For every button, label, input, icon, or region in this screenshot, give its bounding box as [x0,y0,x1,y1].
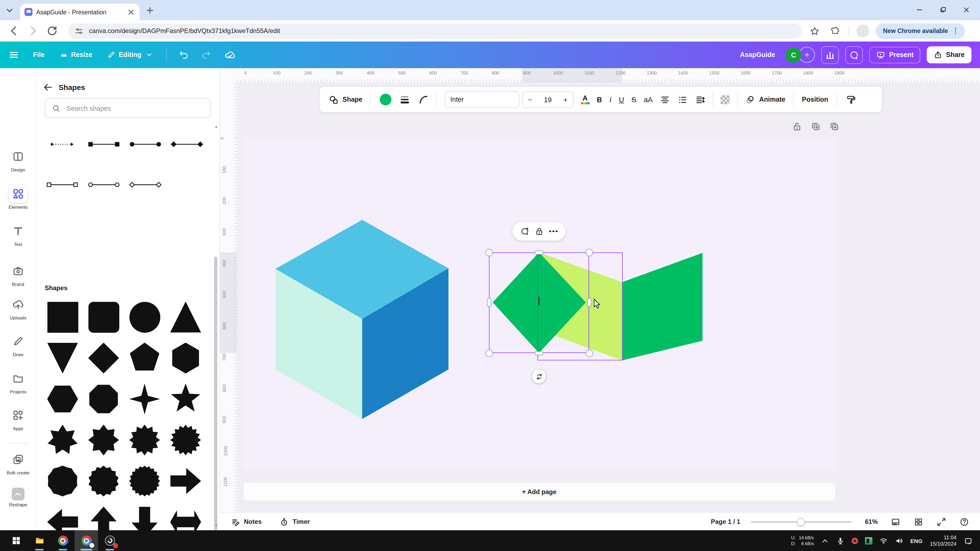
add-page-button[interactable]: + Add page [243,482,836,501]
text-align-icon[interactable] [660,94,670,105]
line-shape-line-diamond-ends[interactable] [169,136,205,152]
shape-item-hexagon-flat[interactable] [46,382,80,416]
forward-icon[interactable] [27,24,40,37]
sidebar-item-elements[interactable]: Elements [0,185,36,210]
shape-item-star-5[interactable] [169,382,202,416]
sidebar-item-draw[interactable]: Draw [0,332,36,357]
present-button[interactable]: Present [870,46,921,63]
resize-handle-n[interactable] [535,251,543,254]
address-bar[interactable]: canva.com/design/DAGPmFasnPE/bdVQtx371kf… [68,23,802,39]
rotate-handle[interactable] [532,370,546,383]
tray-chevron-up-icon[interactable] [821,536,829,545]
shape-item-arrow-right[interactable] [169,464,202,498]
sidebar-item-uploads[interactable]: Uploads [0,295,36,321]
tray-app-icon[interactable] [865,537,872,545]
extensions-icon[interactable] [830,26,840,36]
file-menu-button[interactable]: File [33,51,45,59]
wifi-icon[interactable] [879,536,888,545]
shape-item-inverted-triangle[interactable] [46,341,80,375]
shape-item-seal-20[interactable] [128,464,161,498]
tab-search-icon[interactable] [4,5,15,16]
shape-item-burst-12[interactable] [128,423,161,457]
shape-item-arrow-left[interactable] [46,505,80,530]
shape-item-circle[interactable] [128,300,161,334]
taskbar-file-explorer[interactable] [28,530,51,551]
page-duplicate-icon[interactable] [811,121,821,132]
resize-button[interactable]: Resize [59,51,92,59]
shape-item-burst-8[interactable] [87,423,120,457]
panel-back-icon[interactable] [43,82,53,93]
lock-icon[interactable] [535,227,544,236]
share-button[interactable]: Share [927,46,972,64]
line-shape-arrow-dotted[interactable] [45,136,80,152]
underline-button[interactable]: U [619,95,624,103]
panel-scrollbar-thumb[interactable] [214,257,217,530]
window-minimize-button[interactable] [908,0,931,19]
strikethrough-button[interactable]: S [632,95,636,103]
notification-icon[interactable] [964,536,972,545]
resize-handle-se[interactable] [586,350,593,357]
shape-item-arrow-up[interactable] [87,505,120,530]
shape-item-arrow-down[interactable] [128,505,161,530]
position-button[interactable]: Position [802,96,828,103]
page-add-icon[interactable] [829,121,839,132]
fill-color-swatch[interactable] [379,94,391,105]
back-icon[interactable] [8,24,20,37]
shape-item-star-4[interactable] [128,382,161,416]
editing-mode-button[interactable]: Editing [107,51,153,59]
browser-tab[interactable]: AsapGuide - Presentation [20,4,140,20]
shape-tool-button[interactable]: Shape [329,94,363,105]
site-settings-icon[interactable] [75,26,84,35]
shape-item-hexagon-pointy[interactable] [169,341,202,375]
transparency-icon[interactable] [721,95,730,104]
shape-item-triangle[interactable] [169,300,202,334]
bold-button[interactable]: B [597,95,602,103]
sidebar-item-apps[interactable]: Apps [0,406,36,431]
window-close-button[interactable] [955,0,978,19]
notes-button[interactable]: Notes [231,517,262,526]
sidebar-item-projects[interactable]: Projects [0,370,36,394]
comment-add-icon[interactable] [520,227,530,236]
chrome-update-button[interactable]: New Chrome available [876,23,965,39]
search-input[interactable] [65,104,210,113]
resize-handle-sw[interactable] [486,350,493,357]
font-size-increase[interactable]: + [563,95,568,103]
language-indicator[interactable]: ENG [910,537,923,544]
text-color-button[interactable]: A [581,95,589,105]
clock[interactable]: 11:04 15/10/2024 [930,534,956,547]
sidebar-item-brand[interactable]: Brand [0,262,36,287]
sidebar-item-text[interactable]: Text [0,222,36,247]
reload-icon[interactable] [46,24,59,37]
panel-scrollbar[interactable] [215,124,218,522]
browser-profile-avatar[interactable] [856,24,869,37]
line-spacing-icon[interactable] [695,94,705,105]
new-tab-button[interactable] [145,5,155,16]
volume-icon[interactable] [895,536,903,545]
shape-item-rounded-square[interactable] [87,300,120,334]
animate-button[interactable]: Animate [745,94,786,105]
border-weight-icon[interactable] [399,94,410,105]
insights-button[interactable] [822,46,839,64]
shape-item-pentagon[interactable] [128,341,161,375]
shapes-search-box[interactable] [45,98,211,118]
taskbar-obs[interactable] [98,530,121,551]
microphone-icon[interactable] [836,536,845,545]
document-title[interactable]: AsapGuide [740,51,775,59]
help-icon[interactable] [959,517,969,527]
tab-close-icon[interactable] [127,8,135,16]
scroll-down-icon[interactable]: ▼ [214,523,218,527]
green-parallelogram[interactable] [622,253,703,360]
taskbar-chrome-2-active[interactable] [75,530,98,551]
resize-handle-e[interactable] [587,298,591,306]
undo-icon[interactable] [178,49,189,60]
shape-item-seal-14[interactable] [87,464,120,498]
taskbar-chrome-1[interactable] [51,530,75,551]
sidebar-item-design[interactable]: Design [0,148,36,173]
page-lock-icon[interactable] [792,121,802,132]
resize-handle-w[interactable] [487,298,491,306]
recording-indicator-icon[interactable] [852,537,858,544]
presenter-view-icon[interactable] [891,517,900,527]
font-size-decrease[interactable]: − [528,95,532,103]
zoom-slider-thumb[interactable] [797,518,805,526]
font-size-value[interactable]: 19 [544,95,552,103]
